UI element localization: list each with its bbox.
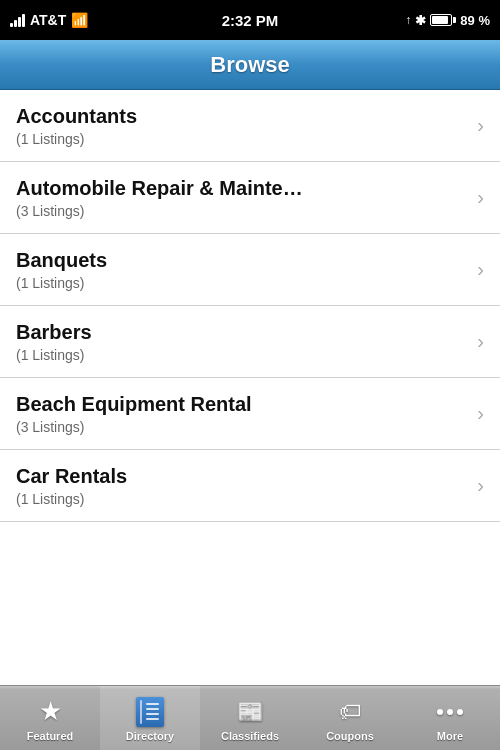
tab-classifieds[interactable]: 📰 Classifieds [200, 686, 300, 750]
more-icon [435, 697, 465, 727]
list-item-title: Car Rentals [16, 464, 469, 488]
list-item-title: Automobile Repair & Mainte… [16, 176, 469, 200]
chevron-right-icon: › [477, 258, 484, 281]
featured-icon: ★ [35, 697, 65, 727]
nav-bar: Browse [0, 40, 500, 90]
list-item-title: Beach Equipment Rental [16, 392, 469, 416]
bluetooth-icon: ✱ [415, 13, 426, 28]
list-item[interactable]: Banquets(1 Listings)› [0, 234, 500, 306]
tab-coupons-label: Coupons [326, 730, 374, 742]
chevron-right-icon: › [477, 474, 484, 497]
location-icon: ↑ [405, 13, 411, 27]
list-item[interactable]: Car Rentals(1 Listings)› [0, 450, 500, 522]
list-item[interactable]: Automobile Repair & Mainte…(3 Listings)› [0, 162, 500, 234]
list-item[interactable]: Beach Equipment Rental(3 Listings)› [0, 378, 500, 450]
list-item-subtitle: (1 Listings) [16, 491, 469, 507]
status-left: AT&T 📶 [10, 12, 88, 28]
tab-more[interactable]: More [400, 686, 500, 750]
chevron-right-icon: › [477, 114, 484, 137]
tab-classifieds-label: Classifieds [221, 730, 279, 742]
chevron-right-icon: › [477, 330, 484, 353]
chevron-right-icon: › [477, 402, 484, 425]
list-item-subtitle: (1 Listings) [16, 347, 469, 363]
coupons-icon: 🏷 [335, 697, 365, 727]
status-bar: AT&T 📶 2:32 PM ↑ ✱ 89 % [0, 0, 500, 40]
tab-directory[interactable]: Directory [100, 686, 200, 750]
battery-indicator [430, 14, 456, 26]
signal-icon [10, 13, 25, 27]
tab-directory-label: Directory [126, 730, 174, 742]
status-right: ↑ ✱ 89 % [405, 13, 490, 28]
list-item-subtitle: (3 Listings) [16, 203, 469, 219]
tab-bar: ★ Featured Directory 📰 Classifieds 🏷 C [0, 685, 500, 750]
list-item-title: Barbers [16, 320, 469, 344]
tab-featured[interactable]: ★ Featured [0, 686, 100, 750]
list-item[interactable]: Accountants(1 Listings)› [0, 90, 500, 162]
list-item-subtitle: (1 Listings) [16, 275, 469, 291]
page-title: Browse [210, 52, 289, 78]
list-item-title: Accountants [16, 104, 469, 128]
wifi-icon: 📶 [71, 12, 88, 28]
chevron-right-icon: › [477, 186, 484, 209]
status-time: 2:32 PM [222, 12, 279, 29]
list-item-title: Banquets [16, 248, 469, 272]
classifieds-icon: 📰 [235, 697, 265, 727]
tab-more-label: More [437, 730, 463, 742]
list-item-subtitle: (3 Listings) [16, 419, 469, 435]
browse-list: Accountants(1 Listings)›Automobile Repai… [0, 90, 500, 685]
list-item[interactable]: Barbers(1 Listings)› [0, 306, 500, 378]
tab-featured-label: Featured [27, 730, 73, 742]
list-item-subtitle: (1 Listings) [16, 131, 469, 147]
battery-label: 89 % [460, 13, 490, 28]
carrier-label: AT&T [30, 12, 66, 28]
directory-icon [135, 697, 165, 727]
tab-coupons[interactable]: 🏷 Coupons [300, 686, 400, 750]
